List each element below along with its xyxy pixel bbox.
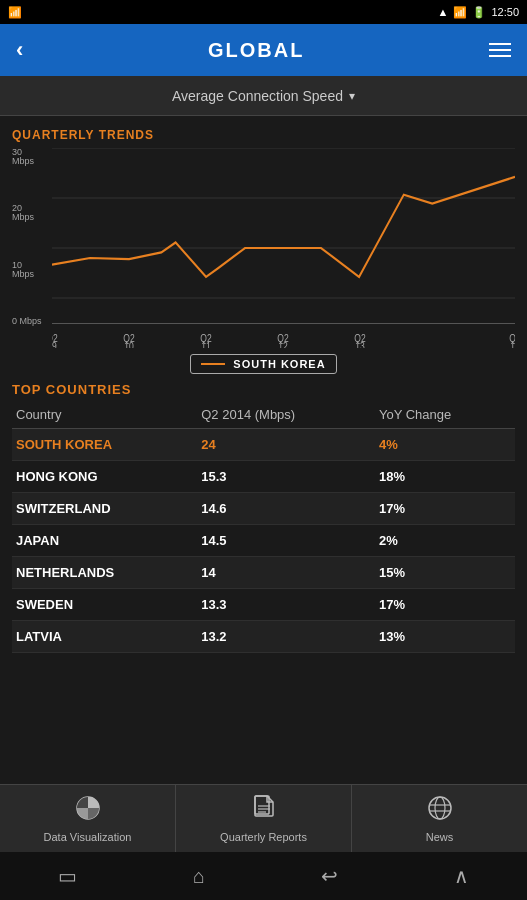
table-row: SWITZERLAND14.617% bbox=[12, 493, 515, 525]
menu-button[interactable] bbox=[489, 43, 511, 57]
col-country: Country bbox=[12, 401, 197, 429]
header: ‹ GLOBAL bbox=[0, 24, 527, 76]
sys-nav-back[interactable]: ↩ bbox=[321, 864, 338, 888]
table-row: JAPAN14.52% bbox=[12, 525, 515, 557]
nav-label-quarterly-reports: Quarterly Reports bbox=[220, 831, 307, 843]
cell-mbps: 14 bbox=[197, 557, 375, 589]
menu-line-2 bbox=[489, 49, 511, 51]
svg-text:11: 11 bbox=[201, 342, 211, 348]
globe-icon bbox=[427, 795, 453, 827]
sys-nav-recents[interactable]: ▭ bbox=[58, 864, 77, 888]
document-icon bbox=[253, 795, 275, 827]
y-label-30: 30Mbps bbox=[12, 148, 42, 166]
sys-nav-home[interactable]: ⌂ bbox=[193, 865, 205, 888]
countries-table: Country Q2 2014 (Mbps) YoY Change SOUTH … bbox=[12, 401, 515, 653]
notification-icons: 📶 bbox=[8, 6, 22, 19]
cell-mbps: 15.3 bbox=[197, 461, 375, 493]
chart-section: QUARTERLY TRENDS 30Mbps 20Mbps 10Mbps 0 … bbox=[0, 116, 527, 348]
nav-item-quarterly-reports[interactable]: Quarterly Reports bbox=[176, 785, 352, 852]
nav-item-data-viz[interactable]: Data Visualization bbox=[0, 785, 176, 852]
wifi-icon: ▲ bbox=[438, 6, 449, 18]
status-bar: 📶 ▲ 📶 🔋 12:50 bbox=[0, 0, 527, 24]
table-row: HONG KONG15.318% bbox=[12, 461, 515, 493]
col-mbps: Q2 2014 (Mbps) bbox=[197, 401, 375, 429]
y-label-20: 20Mbps bbox=[12, 204, 42, 222]
svg-text:14: 14 bbox=[510, 342, 515, 348]
cell-country: LATVIA bbox=[12, 621, 197, 653]
cell-mbps: 14.6 bbox=[197, 493, 375, 525]
cell-mbps: 14.5 bbox=[197, 525, 375, 557]
table-row: SOUTH KOREA244% bbox=[12, 429, 515, 461]
nav-label-data-viz: Data Visualization bbox=[44, 831, 132, 843]
legend-box: SOUTH KOREA bbox=[190, 354, 336, 374]
status-icons-right: ▲ 📶 🔋 12:50 bbox=[438, 6, 519, 19]
system-nav-bar: ▭ ⌂ ↩ ∧ bbox=[0, 852, 527, 900]
cell-yoy: 15% bbox=[375, 557, 515, 589]
menu-line-1 bbox=[489, 43, 511, 45]
svg-text:13: 13 bbox=[355, 342, 365, 348]
cell-yoy: 17% bbox=[375, 589, 515, 621]
cell-yoy: 13% bbox=[375, 621, 515, 653]
table-row: NETHERLANDS1415% bbox=[12, 557, 515, 589]
time: 12:50 bbox=[491, 6, 519, 18]
back-button[interactable]: ‹ bbox=[16, 37, 23, 63]
chart-y-labels: 30Mbps 20Mbps 10Mbps 0 Mbps bbox=[12, 148, 42, 348]
chart-legend: SOUTH KOREA bbox=[0, 354, 527, 374]
svg-text:10: 10 bbox=[124, 342, 134, 348]
cell-yoy: 4% bbox=[375, 429, 515, 461]
dropdown-arrow-icon: ▾ bbox=[349, 89, 355, 103]
cell-yoy: 2% bbox=[375, 525, 515, 557]
table-header-row: Country Q2 2014 (Mbps) YoY Change bbox=[12, 401, 515, 429]
svg-point-22 bbox=[429, 797, 451, 819]
battery-icon: 🔋 bbox=[472, 6, 486, 19]
cell-mbps: 24 bbox=[197, 429, 375, 461]
table-row: SWEDEN13.317% bbox=[12, 589, 515, 621]
cell-country: SWITZERLAND bbox=[12, 493, 197, 525]
svg-point-23 bbox=[435, 797, 445, 819]
cell-country: NETHERLANDS bbox=[12, 557, 197, 589]
cell-country: JAPAN bbox=[12, 525, 197, 557]
chart-title: QUARTERLY TRENDS bbox=[12, 128, 515, 142]
cell-country: HONG KONG bbox=[12, 461, 197, 493]
cell-country: SWEDEN bbox=[12, 589, 197, 621]
pie-chart-icon bbox=[75, 795, 101, 827]
y-label-0: 0 Mbps bbox=[12, 317, 42, 326]
top-countries-title: TOP COUNTRIES bbox=[12, 382, 515, 397]
bottom-nav: Data Visualization Quarterly Reports New… bbox=[0, 784, 527, 852]
cell-mbps: 13.3 bbox=[197, 589, 375, 621]
nav-item-news[interactable]: News bbox=[352, 785, 527, 852]
chart-svg: Q2 09 Q2 10 Q2 11 Q2 12 Q2 13 Q2 14 bbox=[52, 148, 515, 348]
status-icons-left: 📶 bbox=[8, 6, 22, 19]
cell-yoy: 18% bbox=[375, 461, 515, 493]
sys-nav-up[interactable]: ∧ bbox=[454, 864, 469, 888]
col-yoy: YoY Change bbox=[375, 401, 515, 429]
svg-text:12: 12 bbox=[278, 342, 288, 348]
menu-line-3 bbox=[489, 55, 511, 57]
legend-line-icon bbox=[201, 363, 225, 365]
table-header: Country Q2 2014 (Mbps) YoY Change bbox=[12, 401, 515, 429]
svg-text:09: 09 bbox=[52, 342, 57, 348]
table-body: SOUTH KOREA244%HONG KONG15.318%SWITZERLA… bbox=[12, 429, 515, 653]
table-row: LATVIA13.213% bbox=[12, 621, 515, 653]
legend-label: SOUTH KOREA bbox=[233, 358, 325, 370]
signal-icon: 📶 bbox=[453, 6, 467, 19]
top-countries-section: TOP COUNTRIES Country Q2 2014 (Mbps) YoY… bbox=[0, 382, 527, 653]
cell-yoy: 17% bbox=[375, 493, 515, 525]
page-title: GLOBAL bbox=[208, 39, 304, 62]
chart-container: 30Mbps 20Mbps 10Mbps 0 Mbps Q2 09 Q2 10 … bbox=[12, 148, 515, 348]
dropdown-bar[interactable]: Average Connection Speed ▾ bbox=[0, 76, 527, 116]
nav-label-news: News bbox=[426, 831, 454, 843]
y-label-10: 10Mbps bbox=[12, 261, 42, 279]
dropdown-label: Average Connection Speed bbox=[172, 88, 343, 104]
cell-country: SOUTH KOREA bbox=[12, 429, 197, 461]
cell-mbps: 13.2 bbox=[197, 621, 375, 653]
